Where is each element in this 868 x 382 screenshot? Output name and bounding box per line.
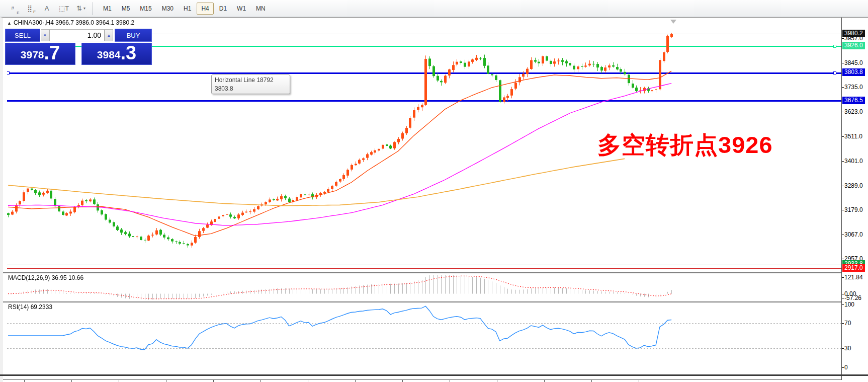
buy-price-box[interactable]: 3984.3 [81, 43, 152, 65]
chart-annotation-text[interactable]: 多空转折点3926 [597, 129, 773, 161]
timeframe-d1-button[interactable]: D1 [215, 3, 231, 15]
time-tick [544, 380, 545, 382]
timeframe-w1-button[interactable]: W1 [232, 3, 250, 15]
price-highlight-label: 3926.0 [842, 42, 865, 49]
collapse-triangle-icon[interactable]: ▲ [7, 21, 12, 26]
crosshatch-e-icon: 〃E [10, 4, 16, 13]
panel-separator-rsi[interactable] [3, 301, 842, 302]
grid-f-button[interactable]: ⣿F [22, 2, 37, 15]
time-tick [71, 380, 72, 382]
time-tick [24, 380, 25, 382]
time-tick [213, 380, 214, 382]
one-click-trade-panel: SELL ▼ ▲ BUY 3978.7 3984.3 [5, 29, 152, 65]
toolbar-separator [93, 3, 95, 15]
timeframe-h4-button[interactable]: H4 [197, 3, 213, 15]
volume-decrease-button[interactable]: ▼ [41, 29, 49, 41]
rsi-chart-canvas[interactable] [7, 302, 841, 367]
panel-separator-macd[interactable] [3, 272, 842, 273]
volume-input[interactable] [49, 29, 105, 41]
dropdown-caret-icon: ▾ [83, 6, 85, 11]
timeframe-mn-button[interactable]: MN [251, 3, 270, 15]
arrange-arrows-button[interactable]: ⇅▾ [73, 2, 89, 15]
time-tick [119, 380, 119, 382]
text-a-icon: A [45, 5, 49, 12]
arrange-arrows-icon: ⇅ [76, 5, 82, 12]
chart-title: ▲CHINA300-,H4 3966.7 3986.0 3964.1 3980.… [7, 19, 134, 26]
tooltip-line2: 3803.8 [215, 85, 287, 93]
tooltip-line1: Horizontal Line 18792 [215, 76, 287, 85]
timeframe-m15-button[interactable]: M15 [135, 3, 156, 15]
buy-price-fraction: .3 [121, 43, 137, 62]
timeframe-m30-button[interactable]: M30 [157, 3, 178, 15]
time-tick [450, 380, 450, 382]
price-axis[interactable]: 3957.03845.03735.03623.03511.03401.03289… [842, 18, 868, 379]
grid-f-icon: ⣿F [27, 5, 32, 12]
price-tick-label: 3067.0 [844, 231, 863, 238]
rsi-axis-label: 70 [844, 320, 851, 327]
volume-increase-button[interactable]: ▲ [105, 29, 113, 41]
rsi-axis-label: 30 [844, 345, 851, 352]
price-tick-label: 3289.0 [844, 182, 863, 189]
trading-terminal: 〃E⣿FA⬚T⇅▾ M1M5M15M30H1H4D1W1MN ▲CHINA300… [0, 0, 868, 382]
sell-price-fraction: .7 [44, 43, 60, 62]
time-axis[interactable]: 28 Nov 20186 Dec 01:3014 Dec 01:3024 Dec… [3, 379, 842, 382]
time-tick [261, 380, 261, 382]
sell-button[interactable]: SELL [5, 29, 40, 42]
price-highlight-label: 2917.0 [842, 264, 865, 272]
textbox-t-icon: ⬚T [59, 5, 69, 12]
toolbar: 〃E⣿FA⬚T⇅▾ M1M5M15M30H1H4D1W1MN [0, 0, 868, 17]
sell-price-box[interactable]: 3978.7 [5, 43, 75, 65]
time-tick [402, 380, 403, 382]
chart-shift-marker-icon[interactable] [670, 20, 676, 24]
time-tick [308, 380, 308, 382]
time-tick [639, 380, 639, 382]
time-tick [497, 380, 497, 382]
timeframe-m5-button[interactable]: M5 [117, 3, 135, 15]
trade-panel-row: SELL ▼ ▲ BUY [5, 29, 152, 42]
time-tick [355, 380, 356, 382]
price-tick-label: 3845.0 [844, 59, 863, 66]
macd-chart-canvas[interactable] [7, 273, 841, 301]
rsi-label: RSI(14) 69.2333 [8, 303, 52, 311]
chart-window: ▲CHINA300-,H4 3966.7 3986.0 3964.1 3980.… [0, 17, 868, 382]
time-tick [591, 380, 592, 382]
sell-price-main: 3978 [21, 47, 44, 62]
rsi-axis-label: 0 [844, 364, 848, 371]
macd-axis-label: 121.84 [844, 274, 863, 281]
price-highlight-label: 3803.8 [842, 68, 865, 76]
price-tick-label: 3511.0 [844, 133, 862, 140]
price-tick-label: 3735.0 [844, 84, 863, 91]
macd-label: MACD(12,26,9) 36.95 10.66 [8, 274, 83, 281]
price-highlight-label: 3980.2 [842, 30, 865, 37]
text-a-button[interactable]: A [39, 2, 54, 15]
price-tick-label: 3401.0 [844, 158, 863, 165]
buy-price-main: 3984 [97, 47, 121, 62]
crosshatch-e-button[interactable]: 〃E [5, 2, 20, 15]
rsi-axis-label: 100 [844, 301, 854, 308]
object-tooltip: Horizontal Line 18792 3803.8 [211, 74, 290, 94]
window-bottom-border [0, 374, 868, 376]
timeframe-h1-button[interactable]: H1 [179, 3, 196, 15]
price-tick-label: 3179.0 [844, 206, 863, 213]
price-highlight-label: 3676.5 [842, 97, 865, 104]
time-tick [166, 380, 166, 382]
timeframe-m1-button[interactable]: M1 [99, 3, 116, 15]
buy-button[interactable]: BUY [115, 29, 152, 42]
price-tick-label: 3623.0 [844, 108, 863, 115]
textbox-t-button[interactable]: ⬚T [56, 2, 71, 15]
